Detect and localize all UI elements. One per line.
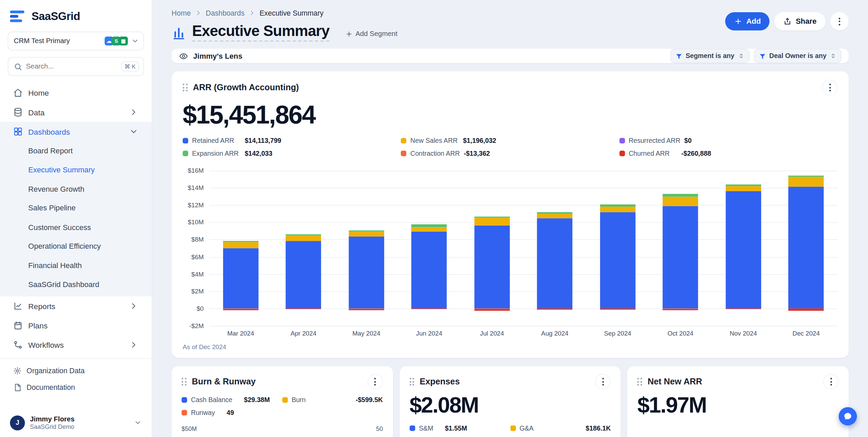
bar-segment-new-sales-arr bbox=[600, 206, 635, 212]
chevron-down-icon bbox=[129, 127, 138, 136]
legend-value: $1,196,032 bbox=[463, 137, 496, 145]
legend-value: -$599.5K bbox=[356, 396, 383, 404]
sidebar-item-workflows[interactable]: Workflows bbox=[8, 335, 144, 355]
page-title[interactable]: Executive Summary bbox=[192, 23, 330, 42]
x-tick-label: Jul 2024 bbox=[460, 330, 523, 337]
y-tick-label: $16M bbox=[188, 167, 204, 174]
expenses-total-value: $2.08M bbox=[410, 393, 611, 418]
bar-month-sep-2024[interactable] bbox=[586, 171, 649, 326]
sidebar-item-board-report[interactable]: Board Report bbox=[8, 141, 144, 160]
drag-handle-icon[interactable] bbox=[182, 378, 186, 385]
sidebar: SaaSGrid CRM Test Primary ☁S▦ ⌘ K Home D… bbox=[0, 0, 152, 437]
legend-value: $142,033 bbox=[245, 150, 273, 157]
card-menu-button[interactable] bbox=[368, 374, 383, 390]
dashboards-list: Board ReportExecutive SummaryRevenue Gro… bbox=[8, 141, 144, 296]
x-tick-label: Oct 2024 bbox=[649, 330, 712, 337]
search-input[interactable]: ⌘ K bbox=[8, 57, 144, 76]
breadcrumb-dashboards[interactable]: Dashboards bbox=[206, 9, 244, 17]
saasgrid-logo-icon bbox=[10, 9, 26, 23]
card-menu-button[interactable] bbox=[822, 80, 837, 95]
workspace-selector[interactable]: CRM Test Primary ☁S▦ bbox=[8, 32, 144, 51]
bar-month-jun-2024[interactable] bbox=[398, 171, 460, 326]
bar-month-aug-2024[interactable] bbox=[524, 171, 586, 326]
user-org: SaaSGrid Demo bbox=[30, 423, 129, 431]
y-tick-label: $4M bbox=[191, 271, 204, 278]
sidebar-item-revenue-growth[interactable]: Revenue Growth bbox=[8, 179, 144, 198]
x-tick-label: Nov 2024 bbox=[712, 330, 775, 337]
chevron-right-icon bbox=[129, 301, 138, 311]
card-menu-button[interactable] bbox=[595, 374, 611, 390]
sidebar-item-home[interactable]: Home bbox=[8, 83, 144, 102]
chevron-right-icon bbox=[129, 108, 138, 117]
sidebar-item-customer-success[interactable]: Customer Success bbox=[8, 218, 144, 237]
bar-segment-expansion-arr bbox=[412, 225, 447, 227]
dashboards-icon bbox=[13, 127, 23, 136]
sidebar-item-financial-health[interactable]: Financial Health bbox=[8, 256, 144, 275]
y-tick-label: $2M bbox=[191, 288, 204, 295]
bar-segment-new-sales-arr bbox=[349, 231, 384, 236]
sidebar-item-sales-pipeline[interactable]: Sales Pipeline bbox=[8, 198, 144, 217]
sidebar-item-operational-efficiency[interactable]: Operational Efficiency bbox=[8, 237, 144, 256]
filter-chips: Segment is anyDeal Owner is any bbox=[670, 49, 841, 63]
axis-label-left: $50M bbox=[182, 425, 197, 432]
drag-handle-icon[interactable] bbox=[410, 378, 414, 385]
add-segment-label: Add Segment bbox=[355, 30, 397, 38]
bar-month-oct-2024[interactable] bbox=[649, 171, 712, 326]
expenses-legend: S&M$1.55MG&A$186.1K bbox=[410, 424, 611, 432]
user-meta: Jimmy Flores SaaSGrid Demo bbox=[30, 415, 129, 430]
x-tick-label: May 2024 bbox=[335, 330, 398, 337]
legend-item-s-m: S&M$1.55M bbox=[410, 424, 510, 432]
sidebar-item-reports[interactable]: Reports bbox=[8, 296, 144, 316]
bar-month-nov-2024[interactable] bbox=[712, 171, 775, 326]
add-segment-button[interactable]: Add Segment bbox=[346, 30, 397, 38]
arr-growth-accounting-card: ARR (Growth Accounting) $15,451,864 Reta… bbox=[172, 72, 849, 358]
sidebar-item-organization-data[interactable]: Organization Data bbox=[8, 362, 144, 379]
bar-month-mar-2024[interactable] bbox=[209, 171, 272, 326]
bar-month-dec-2024[interactable] bbox=[775, 171, 837, 326]
chat-widget-button[interactable] bbox=[839, 407, 857, 425]
bar-month-apr-2024[interactable] bbox=[272, 171, 335, 326]
plus-icon bbox=[346, 30, 353, 37]
sidebar-item-data[interactable]: Data bbox=[8, 102, 144, 122]
sidebar-item-saasgrid-dashboard[interactable]: SaaSGrid Dashboard bbox=[8, 275, 144, 294]
legend-label: Churned ARR bbox=[629, 150, 677, 157]
drag-handle-icon[interactable] bbox=[183, 84, 188, 92]
legend-swatch bbox=[183, 138, 188, 144]
sidebar-item-dashboards[interactable]: Dashboards bbox=[8, 122, 144, 141]
bar-segment-expansion-arr bbox=[663, 194, 698, 197]
y-tick-label: $8M bbox=[191, 236, 204, 243]
y-tick-label: $12M bbox=[188, 202, 204, 209]
search-icon bbox=[14, 62, 22, 71]
nav-label: Workflows bbox=[28, 340, 64, 349]
legend-item-retained-arr: Retained ARR$14,113,799 bbox=[183, 137, 401, 145]
sidebar-item-executive-summary[interactable]: Executive Summary bbox=[8, 160, 144, 179]
main-content: Home Dashboards Executive Summary Add Sh… bbox=[152, 0, 868, 437]
legend-value: $29.38M bbox=[244, 396, 270, 404]
legend-label: Contraction ARR bbox=[410, 150, 460, 157]
legend-label: Retained ARR bbox=[192, 137, 241, 145]
legend-label: S&M bbox=[419, 424, 433, 432]
nav-label: Plans bbox=[28, 321, 47, 330]
app-logo[interactable]: SaaSGrid bbox=[8, 8, 144, 24]
bar-month-jul-2024[interactable] bbox=[460, 171, 523, 326]
sidebar-item-documentation[interactable]: Documentation bbox=[8, 379, 144, 396]
filter-chip-deal-owner-is-any[interactable]: Deal Owner is any bbox=[754, 49, 842, 63]
legend-label: New Sales ARR bbox=[410, 137, 459, 145]
bar-segment-new-sales-arr bbox=[412, 227, 447, 232]
legend-label: Runway bbox=[191, 409, 215, 417]
lens-info[interactable]: Jimmy's Lens bbox=[179, 51, 670, 61]
user-menu[interactable]: J Jimmy Flores SaaSGrid Demo bbox=[8, 412, 144, 432]
net-new-arr-card: Net New ARR $1.97M bbox=[627, 366, 849, 437]
arr-chart: $16M$14M$12M$10M$8M$6M$4M$2M$0-$2M bbox=[183, 171, 837, 326]
search-field[interactable] bbox=[26, 62, 117, 70]
legend-item-runway: Runway49 bbox=[182, 409, 282, 417]
kebab-icon bbox=[602, 378, 604, 385]
drag-handle-icon[interactable] bbox=[637, 378, 642, 385]
filter-chip-segment-is-any[interactable]: Segment is any bbox=[670, 49, 749, 63]
legend-item-new-sales-arr: New Sales ARR$1,196,032 bbox=[401, 137, 619, 145]
bar-segment-new-sales-arr bbox=[537, 214, 572, 218]
sidebar-item-plans[interactable]: Plans bbox=[8, 316, 144, 335]
breadcrumb-home[interactable]: Home bbox=[172, 9, 191, 17]
card-menu-button[interactable] bbox=[823, 374, 839, 390]
bar-month-may-2024[interactable] bbox=[335, 171, 398, 326]
